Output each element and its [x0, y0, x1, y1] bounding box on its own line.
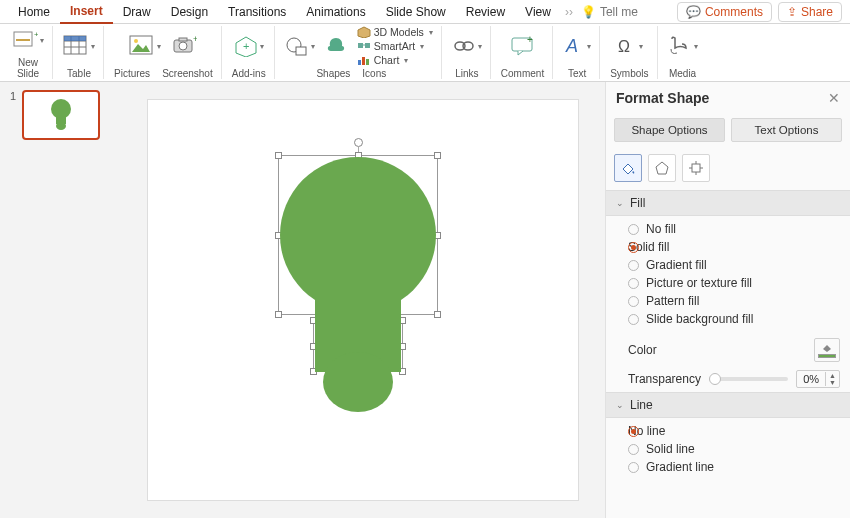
comment-button[interactable]: + — [510, 35, 536, 57]
spinner-down[interactable]: ▼ — [826, 379, 839, 386]
resize-handle[interactable] — [275, 152, 282, 159]
resize-handle[interactable] — [434, 311, 441, 318]
media-label: Media — [669, 66, 696, 79]
comments-button[interactable]: 💬 Comments — [677, 2, 772, 22]
resize-handle[interactable] — [355, 152, 362, 159]
tab-slide-show[interactable]: Slide Show — [376, 1, 456, 23]
thumbnail-shape-icon — [50, 98, 72, 132]
group-new-slide: + ▾ New Slide — [4, 26, 53, 79]
fill-color-picker[interactable] — [814, 338, 840, 362]
tab-review[interactable]: Review — [456, 1, 515, 23]
transparency-label: Transparency — [628, 372, 701, 386]
svg-point-13 — [179, 42, 187, 50]
resize-handle[interactable] — [399, 343, 406, 350]
icons-button[interactable] — [325, 35, 347, 57]
close-panel-button[interactable]: ✕ — [828, 90, 840, 106]
text-button[interactable]: A ▾ — [563, 34, 591, 58]
resize-handle[interactable] — [434, 152, 441, 159]
resize-handle[interactable] — [399, 317, 406, 324]
fill-option-4[interactable]: Pattern fill — [628, 294, 840, 308]
tab-view[interactable]: View — [515, 1, 561, 23]
resize-handle[interactable] — [310, 343, 317, 350]
resize-handle[interactable] — [310, 368, 317, 375]
slide[interactable] — [148, 100, 578, 500]
svg-text:+: + — [527, 35, 533, 45]
fill-option-1[interactable]: Solid fill — [628, 240, 840, 254]
fill-option-0[interactable]: No fill — [628, 222, 840, 236]
symbols-button[interactable]: Ω ▾ — [615, 35, 643, 57]
resize-handle[interactable] — [310, 317, 317, 324]
chevron-down-icon: ▾ — [91, 42, 95, 51]
thumbnail-number: 1 — [10, 90, 16, 102]
selection-bounding-box-rect[interactable] — [313, 320, 403, 372]
links-button[interactable]: ▾ — [452, 35, 482, 57]
3d-models-button[interactable]: 3D Models▾ — [357, 26, 433, 38]
resize-handle[interactable] — [399, 368, 406, 375]
new-slide-label: New Slide — [17, 55, 39, 79]
shape-options-tab[interactable]: Shape Options — [614, 118, 725, 142]
tab-transitions[interactable]: Transitions — [218, 1, 296, 23]
resize-handle[interactable] — [355, 317, 362, 324]
transparency-slider[interactable] — [709, 377, 788, 381]
fill-option-5[interactable]: Slide background fill — [628, 312, 840, 326]
fill-option-3[interactable]: Picture or texture fill — [628, 276, 840, 290]
tell-me[interactable]: 💡 Tell me — [581, 5, 638, 19]
tabs-overflow[interactable]: ›› — [561, 5, 577, 19]
selection-bounding-box-circle[interactable] — [278, 155, 438, 315]
tab-insert[interactable]: Insert — [60, 0, 113, 24]
main-area: 1 — [0, 82, 850, 518]
tab-draw[interactable]: Draw — [113, 1, 161, 23]
resize-handle[interactable] — [434, 232, 441, 239]
lightbulb-icon: 💡 — [581, 5, 596, 19]
size-mode-button[interactable] — [682, 154, 710, 182]
links-label: Links — [455, 66, 478, 79]
resize-handle[interactable] — [275, 232, 282, 239]
tab-design[interactable]: Design — [161, 1, 218, 23]
slide-thumbnail-1[interactable] — [22, 90, 100, 140]
line-section-header[interactable]: ⌄ Line — [606, 392, 850, 418]
spinner-up[interactable]: ▲ — [826, 372, 839, 379]
share-button[interactable]: ⇪ Share — [778, 2, 842, 22]
media-button[interactable]: ▾ — [668, 35, 698, 57]
table-button[interactable]: ▾ — [63, 35, 95, 57]
tab-home[interactable]: Home — [8, 1, 60, 23]
line-option-1[interactable]: Solid line — [628, 442, 840, 456]
chevron-down-icon: ⌄ — [616, 400, 624, 410]
slide-canvas[interactable] — [120, 82, 605, 518]
fill-line-mode-button[interactable] — [614, 154, 642, 182]
fill-section-header[interactable]: ⌄ Fill — [606, 190, 850, 216]
resize-handle[interactable] — [355, 368, 362, 375]
tab-animations[interactable]: Animations — [296, 1, 375, 23]
fill-options: No fillSolid fillGradient fillPicture or… — [606, 216, 850, 334]
comment-label: Comment — [501, 66, 544, 79]
addins-button[interactable]: + ▾ — [234, 35, 264, 57]
svg-rect-14 — [179, 38, 187, 41]
chevron-down-icon: ▾ — [639, 42, 643, 51]
addins-label: Add-ins — [232, 66, 266, 79]
comments-label: Comments — [705, 5, 763, 19]
transparency-value[interactable]: 0% ▲▼ — [796, 370, 840, 388]
text-options-tab[interactable]: Text Options — [731, 118, 842, 142]
line-option-0[interactable]: No line — [628, 424, 840, 438]
smartart-button[interactable]: SmartArt▾ — [357, 40, 424, 52]
screenshot-button[interactable]: + — [171, 35, 197, 57]
pictures-button[interactable]: ▾ — [129, 35, 161, 57]
resize-handle[interactable] — [275, 311, 282, 318]
effects-mode-button[interactable] — [648, 154, 676, 182]
svg-rect-25 — [366, 59, 369, 65]
line-option-2[interactable]: Gradient line — [628, 460, 840, 474]
chart-button[interactable]: Chart▾ — [357, 54, 409, 66]
color-swatch — [818, 354, 836, 358]
symbols-label: Symbols — [610, 66, 648, 79]
chevron-down-icon: ▾ — [429, 28, 433, 37]
new-slide-button[interactable]: + ▾ — [12, 29, 44, 53]
fill-option-2[interactable]: Gradient fill — [628, 258, 840, 272]
share-icon: ⇪ — [787, 5, 797, 19]
shapes-button[interactable]: ▾ — [285, 35, 315, 57]
text-label: Text — [568, 66, 586, 79]
group-images: ▾ + Pictures Screenshot — [106, 26, 222, 79]
comment-icon: 💬 — [686, 5, 701, 19]
svg-text:Ω: Ω — [618, 38, 630, 55]
chevron-down-icon: ▾ — [478, 42, 482, 51]
menu-tabs: Home Insert Draw Design Transitions Anim… — [0, 0, 850, 24]
